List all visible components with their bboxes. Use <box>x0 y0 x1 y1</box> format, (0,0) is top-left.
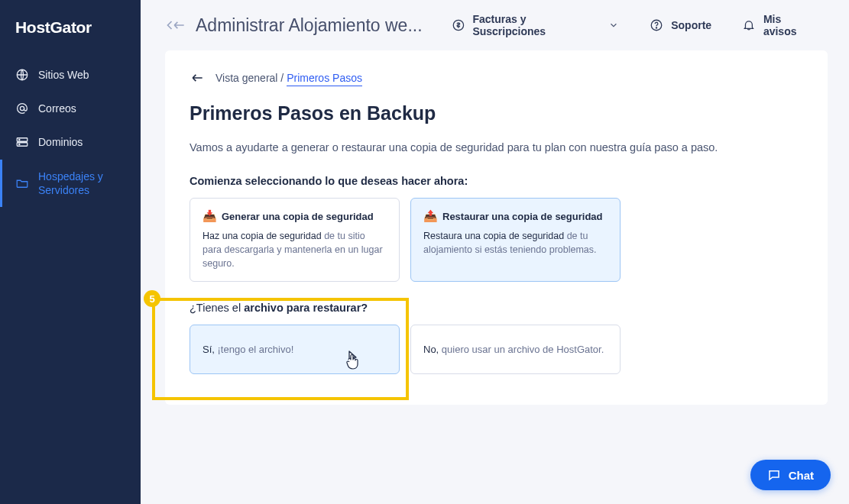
help-icon <box>650 18 663 32</box>
sidebar-nav: Sitios Web Correos Dominios Hospedajes y… <box>0 58 141 207</box>
chat-button[interactable]: Chat <box>750 460 831 490</box>
card-title-text: Generar una copia de seguridad <box>222 211 374 222</box>
sidebar-item-sitios[interactable]: Sitios Web <box>0 58 141 92</box>
breadcrumb-current[interactable]: Primeros Pasos <box>287 72 362 86</box>
folder-icon <box>15 176 29 190</box>
brand-logo[interactable]: HostGator <box>0 0 141 58</box>
header-link-label: Mis avisos <box>763 13 817 37</box>
svg-point-8 <box>656 27 657 28</box>
sidebar-item-hospedajes[interactable]: Hospedajes y Servidores <box>0 160 141 207</box>
sidebar-item-dominios[interactable]: Dominios <box>0 125 141 159</box>
chat-label: Chat <box>789 469 814 482</box>
answer-yes[interactable]: Sí, ¡tengo el archivo! <box>190 325 400 374</box>
sidebar-item-label: Dominios <box>38 135 83 149</box>
section-1-label: Comienza seleccionando lo que deseas hac… <box>190 175 803 187</box>
page-header-title: Administrar Alojamiento we... <box>196 15 423 36</box>
chat-icon <box>767 468 781 482</box>
svg-point-5 <box>19 144 20 145</box>
card-restore-backup[interactable]: 📤 Restaurar una copia de seguridad Resta… <box>410 198 621 282</box>
sidebar-item-label: Sitios Web <box>38 68 89 82</box>
card-generate-backup[interactable]: 📥 Generar una copia de seguridad Haz una… <box>190 198 400 282</box>
server-icon <box>15 135 29 149</box>
sidebar-item-label: Correos <box>38 102 76 115</box>
at-icon <box>15 102 29 115</box>
breadcrumb: Vista general / Primeros Pasos <box>215 72 362 84</box>
globe-icon <box>15 68 29 82</box>
card-title-text: Restaurar una copia de seguridad <box>442 211 603 222</box>
tour-step-badge: 5 <box>144 290 160 307</box>
header-back-button[interactable] <box>162 18 186 33</box>
dollar-icon <box>452 18 465 32</box>
action-cards: 📥 Generar una copia de seguridad Haz una… <box>190 198 803 282</box>
page-subtitle: Vamos a ayudarte a generar o restaurar u… <box>190 141 803 153</box>
answer-no[interactable]: No, quiero usar un archivo de HostGator. <box>410 325 621 374</box>
download-emoji-icon: 📥 <box>203 209 217 223</box>
chevron-down-icon <box>608 20 619 31</box>
sidebar-item-label: Hospedajes y Servidores <box>38 170 125 197</box>
page-title: Primeros Pasos en Backup <box>190 102 803 124</box>
header: Administrar Alojamiento we... Facturas y… <box>141 0 849 50</box>
sidebar-item-correos[interactable]: Correos <box>0 92 141 125</box>
header-billing-link[interactable]: Facturas y Suscripciones <box>441 13 630 37</box>
header-support-link[interactable]: Soporte <box>639 18 722 32</box>
card-desc: Restaura una copia de seguridad de tu al… <box>423 229 608 257</box>
header-link-label: Facturas y Suscripciones <box>472 13 601 37</box>
bell-icon <box>742 18 756 32</box>
sidebar: HostGator Sitios Web Correos Dominios Ho… <box>0 0 141 504</box>
breadcrumb-root[interactable]: Vista general <box>215 72 277 84</box>
card-desc: Haz una copia de seguridad de tu sitio p… <box>203 229 387 270</box>
header-notices-link[interactable]: Mis avisos <box>731 13 828 37</box>
breadcrumb-back-button[interactable] <box>190 70 205 86</box>
upload-emoji-icon: 📤 <box>423 209 438 223</box>
header-link-label: Soporte <box>671 19 711 31</box>
svg-point-4 <box>19 140 20 141</box>
svg-point-1 <box>20 107 24 111</box>
main-card: Vista general / Primeros Pasos Primeros … <box>165 50 828 405</box>
answer-cards: Sí, ¡tengo el archivo! No, quiero usar u… <box>190 325 803 374</box>
section-2-label: ¿Tienes el archivo para restaurar? <box>190 302 803 314</box>
